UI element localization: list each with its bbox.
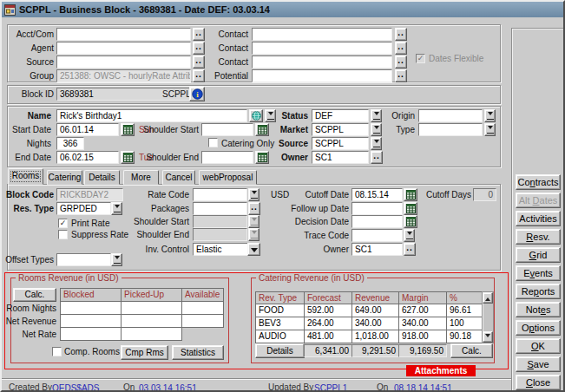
rooms-cell[interactable]	[121, 301, 182, 315]
agent-field[interactable]	[56, 42, 191, 55]
statistics-button[interactable]: Statistics	[172, 345, 224, 360]
rooms-cell[interactable]	[181, 314, 224, 328]
decision-date-calendar-button[interactable]	[404, 215, 417, 228]
packages-field[interactable]	[193, 202, 247, 215]
rooms-cell[interactable]	[60, 327, 122, 341]
suppress-rate-checkbox[interactable]	[58, 230, 68, 239]
cat-cell-revenue[interactable]: 1,018.00	[351, 330, 399, 343]
options-button[interactable]: Options	[516, 320, 561, 336]
packages-lookup-button[interactable]: ..	[248, 202, 260, 215]
tab-webproposal[interactable]: webProposal	[199, 170, 257, 185]
contact3-field[interactable]	[252, 56, 392, 69]
potential-field[interactable]	[252, 69, 392, 82]
rooms-cell[interactable]	[60, 301, 122, 315]
rooms-cell[interactable]	[181, 301, 224, 315]
catering-scrollbar[interactable]	[482, 291, 494, 343]
decision-date-field[interactable]	[351, 215, 403, 228]
events-button[interactable]: Events	[516, 265, 561, 281]
res-type-field[interactable]: GRPDED	[56, 202, 111, 215]
cutoff-date-field[interactable]: 08.15.14	[351, 188, 403, 201]
scrollbar-down-button[interactable]	[483, 331, 493, 343]
source2-lov-button[interactable]	[371, 137, 382, 150]
cat-cell-forecast[interactable]: 481.00	[304, 330, 352, 343]
source-lookup-button[interactable]: ..	[193, 56, 205, 69]
start-date-field[interactable]: 06.01.14	[56, 123, 119, 136]
shoulder-end-field[interactable]	[201, 151, 253, 164]
rooms-cell[interactable]	[121, 327, 182, 341]
cat-cell-type[interactable]: AUDIO	[255, 330, 305, 343]
cat-cell-pct[interactable]: 100	[446, 317, 483, 330]
catering-details-button[interactable]: Details	[255, 343, 305, 358]
notes-button[interactable]: Notes	[516, 302, 561, 317]
comp-rooms-checkbox[interactable]	[52, 347, 62, 356]
cat-cell-pct[interactable]: 90.18	[446, 330, 483, 343]
offset-types-lov-button[interactable]	[111, 253, 122, 266]
rt-owner-field[interactable]: SC1	[351, 243, 403, 256]
start-date-calendar-button[interactable]	[121, 123, 135, 136]
cat-cell-margin[interactable]: 340.00	[398, 317, 447, 330]
translate-button[interactable]	[249, 109, 263, 122]
status-field[interactable]: DEF	[312, 109, 369, 122]
tab-cancel[interactable]: Cancel	[162, 170, 195, 185]
ok-button[interactable]: OK	[516, 338, 561, 354]
print-rate-checkbox[interactable]: ✓	[58, 219, 68, 228]
cat-cell-margin[interactable]: 627.00	[398, 304, 447, 317]
tab-catering[interactable]: Catering	[47, 170, 82, 185]
contracts-button[interactable]: Contracts	[516, 174, 561, 190]
info-button[interactable]: i	[189, 87, 205, 101]
tab-rooms[interactable]: Rooms	[8, 168, 43, 185]
tab-more[interactable]: More	[123, 170, 159, 185]
rooms-cell[interactable]	[121, 314, 182, 328]
cat-cell-type[interactable]: BEV3	[255, 317, 305, 330]
catering-only-checkbox[interactable]	[208, 138, 218, 147]
origin-field[interactable]	[418, 109, 483, 122]
rt-owner-lookup-button[interactable]: ..	[404, 243, 416, 256]
acct-com-field[interactable]	[56, 28, 191, 41]
attachments-lamp[interactable]: Attachments	[406, 365, 476, 376]
nights-field[interactable]: 366	[56, 137, 84, 150]
cat-cell-revenue[interactable]: 649.00	[351, 304, 399, 317]
rooms-cell[interactable]	[60, 314, 122, 328]
source2-field[interactable]: SCPPL	[312, 137, 369, 150]
group-field[interactable]: 251388: OWSC - hourlyRate Attribute	[56, 69, 191, 82]
scrollbar-up-button[interactable]	[483, 292, 493, 304]
group-lookup-button[interactable]: ..	[193, 69, 205, 82]
resv-button[interactable]: Resv.	[516, 229, 561, 245]
cat-cell-margin[interactable]: 918.00	[398, 330, 447, 343]
cat-cell-pct[interactable]: 96.61	[446, 304, 483, 317]
save-button[interactable]: Save	[516, 356, 561, 372]
shoulder-end-calendar-button[interactable]	[255, 151, 269, 164]
type-field[interactable]	[418, 123, 483, 136]
contact2-field[interactable]	[252, 42, 392, 55]
cmp-rms-button[interactable]: Cmp Rms	[121, 345, 168, 360]
potential-lookup-button[interactable]: ..	[395, 69, 407, 82]
cat-cell-revenue[interactable]: 340.00	[351, 317, 399, 330]
owner-lookup-button[interactable]: ..	[371, 151, 383, 164]
catering-calc-button[interactable]: Calc.	[450, 343, 493, 358]
acct-com-lookup-button[interactable]: ..	[193, 28, 205, 41]
cat-cell-forecast[interactable]: 264.00	[304, 317, 352, 330]
offset-types-field[interactable]	[56, 253, 111, 266]
contact3-lookup-button[interactable]: ..	[395, 56, 407, 69]
grid-button[interactable]: Grid	[516, 247, 561, 263]
market-field[interactable]: SCPPL	[312, 123, 369, 136]
dates-flexible-checkbox[interactable]: ✓	[416, 54, 425, 63]
rate-code-field[interactable]	[193, 188, 247, 201]
cutoff-date-calendar-button[interactable]	[404, 188, 417, 201]
follow-up-field[interactable]	[351, 202, 403, 215]
owner-field[interactable]: SC1	[312, 151, 369, 164]
cat-cell-forecast[interactable]: 592.00	[304, 304, 352, 317]
trace-code-field[interactable]	[351, 229, 403, 242]
close-button[interactable]: Close	[516, 375, 561, 390]
cat-cell-type[interactable]: FOOD	[255, 304, 305, 317]
inv-control-combo[interactable]: Elastic	[193, 243, 248, 256]
contact1-lookup-button[interactable]: ..	[395, 28, 407, 41]
type-lov-button[interactable]	[484, 123, 496, 136]
contact2-lookup-button[interactable]: ..	[395, 42, 407, 55]
reports-button[interactable]: Reports	[516, 284, 561, 299]
source-field[interactable]	[56, 56, 191, 69]
end-date-field[interactable]: 06.02.15	[56, 151, 119, 164]
rooms-calc-button[interactable]: Calc.	[13, 288, 56, 302]
shoulder-start-field[interactable]	[201, 123, 253, 136]
name-field[interactable]: Rick's Birthday1	[56, 109, 247, 122]
